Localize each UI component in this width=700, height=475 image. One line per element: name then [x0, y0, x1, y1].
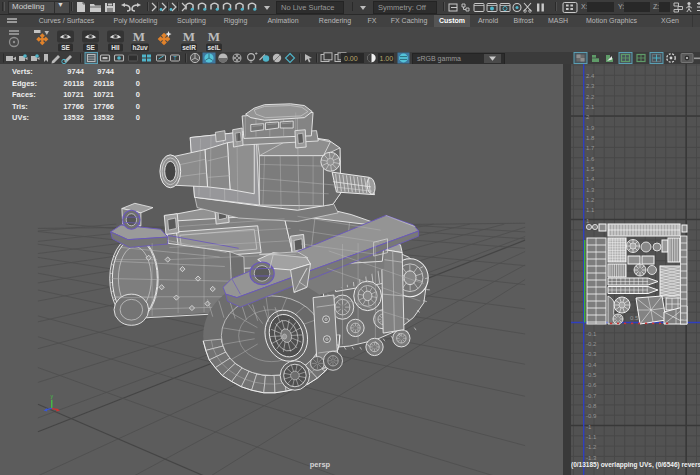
svg-text:M: M [208, 29, 220, 44]
svg-text:h2uv: h2uv [132, 44, 148, 51]
svg-text:selL: selL [207, 44, 220, 51]
svg-text:y: y [50, 393, 53, 399]
svg-text:HIl: HIl [111, 44, 120, 51]
svg-text:M: M [183, 29, 195, 44]
svg-text:selR: selR [182, 44, 196, 51]
svg-text:M: M [133, 29, 145, 44]
svg-text:SE: SE [86, 44, 95, 51]
svg-text:SE: SE [61, 44, 70, 51]
